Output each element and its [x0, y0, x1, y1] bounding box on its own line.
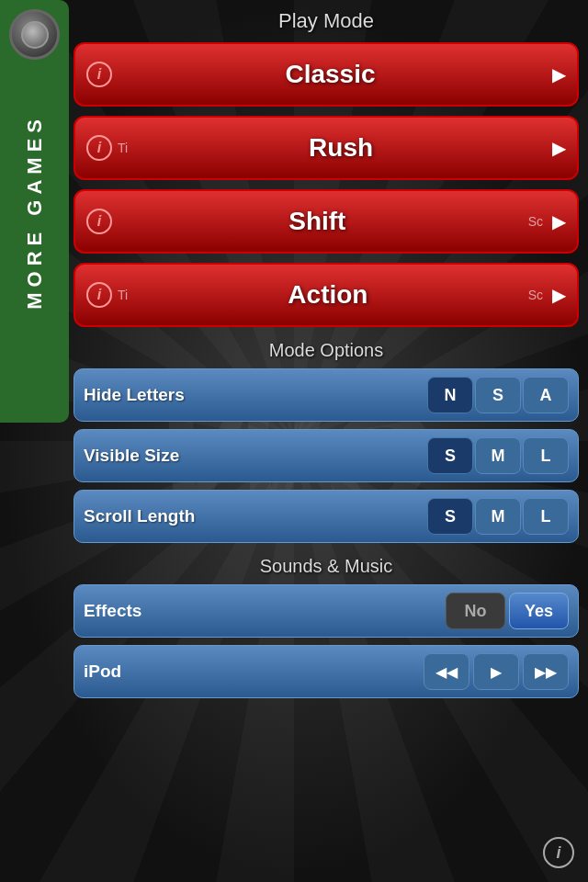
visible-size-m-button[interactable]: M [475, 437, 521, 474]
hide-letters-options: N S A [427, 377, 569, 413]
shift-mode-button[interactable]: i Shift Sc ▶ [74, 189, 579, 254]
scroll-length-s-button[interactable]: S [427, 498, 473, 535]
rush-mode-button[interactable]: i Ti Rush ▶ [74, 116, 579, 180]
ipod-row: iPod ◀◀ ▶ ▶▶ [74, 645, 579, 698]
classic-arrow-icon: ▶ [552, 63, 566, 85]
scroll-length-label: Scroll Length [84, 506, 427, 526]
play-mode-title: Play Mode [74, 9, 579, 33]
action-mode-label: Action [133, 280, 523, 310]
main-content: Play Mode i Classic ▶ i Ti Rush ▶ i Shif… [74, 9, 579, 698]
visible-size-label: Visible Size [84, 446, 427, 466]
scroll-length-options: S M L [427, 498, 569, 535]
shift-info-icon[interactable]: i [86, 209, 112, 234]
effects-no-button[interactable]: No [446, 593, 505, 629]
shift-tag-right: Sc [528, 214, 543, 229]
classic-info-icon[interactable]: i [86, 62, 112, 87]
info-bottom-button[interactable]: i [543, 837, 574, 868]
sounds-music-title: Sounds & Music [74, 556, 579, 577]
hide-letters-s-button[interactable]: S [475, 377, 521, 413]
action-info-icon[interactable]: i [86, 282, 112, 308]
ipod-label: iPod [84, 662, 424, 682]
rush-arrow-icon: ▶ [552, 137, 566, 159]
mode-options-title: Mode Options [74, 340, 579, 361]
scroll-length-row: Scroll Length S M L [74, 490, 579, 543]
visible-size-s-button[interactable]: S [427, 437, 473, 474]
ipod-controls: ◀◀ ▶ ▶▶ [424, 653, 569, 690]
hide-letters-a-button[interactable]: A [523, 377, 569, 413]
action-tag-right: Sc [528, 288, 543, 302]
hide-letters-row: Hide Letters N S A [74, 368, 579, 422]
hide-letters-label: Hide Letters [84, 385, 427, 405]
visible-size-options: S M L [427, 437, 569, 474]
ipod-play-button[interactable]: ▶ [473, 653, 519, 690]
action-mode-button[interactable]: i Ti Action Sc ▶ [74, 263, 579, 327]
visible-size-row: Visible Size S M L [74, 429, 579, 482]
classic-mode-label: Classic [112, 60, 548, 89]
visible-size-l-button[interactable]: L [523, 437, 569, 474]
scroll-length-m-button[interactable]: M [475, 498, 521, 535]
rush-info-icon[interactable]: i [86, 135, 112, 161]
hide-letters-n-button[interactable]: N [427, 377, 473, 413]
ipod-fastforward-button[interactable]: ▶▶ [523, 653, 569, 690]
rush-tag-left: Ti [118, 141, 128, 155]
logo[interactable] [9, 9, 60, 60]
rush-mode-label: Rush [133, 133, 548, 163]
sidebar[interactable]: MORE GAMES [0, 0, 69, 423]
classic-mode-button[interactable]: i Classic ▶ [74, 42, 579, 107]
scroll-length-l-button[interactable]: L [523, 498, 569, 535]
sounds-music-section: Sounds & Music Effects No Yes iPod ◀◀ ▶ … [74, 556, 579, 698]
effects-yes-button[interactable]: Yes [509, 593, 569, 629]
action-arrow-icon: ▶ [552, 284, 566, 306]
ipod-rewind-button[interactable]: ◀◀ [424, 653, 469, 690]
sidebar-label: MORE GAMES [23, 114, 47, 310]
action-tag-left: Ti [118, 288, 128, 302]
shift-arrow-icon: ▶ [552, 210, 566, 232]
effects-row: Effects No Yes [74, 584, 579, 638]
shift-mode-label: Shift [112, 207, 523, 236]
effects-label: Effects [84, 601, 446, 621]
